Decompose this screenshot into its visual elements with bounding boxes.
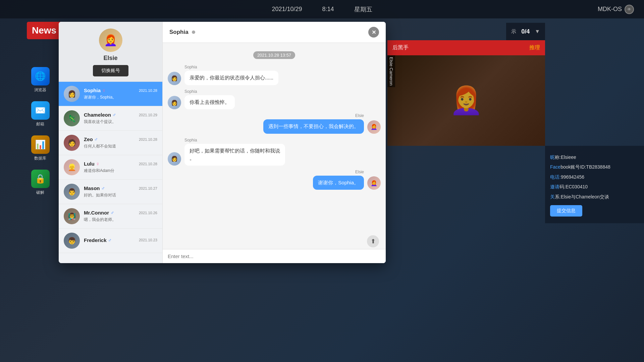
contact-avatar-mrconnor: 👨‍🏫 xyxy=(64,208,80,224)
submit-info-button[interactable]: 提交信息 xyxy=(550,205,582,217)
chat-modal: 👩‍🦰 Elsie 切换账号 👩 Sophia ♀ 2021.10.28 谢谢你… xyxy=(59,22,386,263)
contact-avatar-mason: 👨 xyxy=(64,184,80,200)
character-portrait: Elsie Cameron 👩‍🦰 xyxy=(387,55,545,146)
contact-avatar-sophia: 👩 xyxy=(64,86,80,102)
message-row-5: 👩‍🦰 Elsie 谢谢你，Sophia。 xyxy=(168,170,381,190)
mail-icon[interactable]: ✉️ 邮箱 xyxy=(27,101,54,127)
time-divider: 2021.10.28 13:57 xyxy=(253,51,295,59)
os-name: MDK-OS xyxy=(598,6,622,13)
msg-content-5: Elsie 谢谢你，Sophia。 xyxy=(313,170,364,190)
red-banner-action[interactable]: 推理 xyxy=(529,44,540,51)
db-icon[interactable]: 📊 数据库 xyxy=(27,135,54,161)
system-weekday: 星期五 xyxy=(354,5,372,13)
contact-list: 👩‍🦰 Elsie 切换账号 👩 Sophia ♀ 2021.10.28 谢谢你… xyxy=(59,22,163,263)
char-emoji: 👩‍🦰 xyxy=(449,85,483,116)
desktop-icons: 🌐 浏览器 ✉️ 邮箱 📊 数据库 🔒 破解 xyxy=(27,67,54,195)
msg-avatar-sophia-1: 👩 xyxy=(168,72,181,85)
os-info: MDK-OS 👁 xyxy=(598,5,634,14)
browser-icon[interactable]: 🌐 浏览器 xyxy=(27,67,54,93)
security-icon[interactable]: 🔒 破解 xyxy=(27,170,54,195)
msg-content-1: Sophia 亲爱的，你最近的状态很令人担心...... xyxy=(184,65,278,85)
contact-info-sophia: Sophia ♀ 2021.10.28 谢谢你，Sophia。 xyxy=(84,87,157,100)
msg-bubble-2: 你看上去很憔悴。 xyxy=(184,95,235,110)
contact-item-zeo[interactable]: 🧑 Zeo ♂ 2021.10.28 任何人都不会知道 xyxy=(59,131,162,155)
chat-messages: 2021.10.28 13:57 👩 Sophia 亲爱的，你最近的状态很令人担… xyxy=(163,43,386,234)
msg-content-4: Sophia 好吧，如果需要帮忙的话，你随时和我说。 xyxy=(184,138,285,166)
counter-label: 0/4 xyxy=(521,28,530,35)
switch-account-button[interactable]: 切换账号 xyxy=(93,65,128,76)
code-info: 邀请码:EC030410 xyxy=(550,182,639,192)
contact-info-chameleon: Chameleon ♂ 2021.10.29 我喜欢这个提议。 xyxy=(84,112,157,125)
nickname-info: 昵称:Elsieee xyxy=(550,153,639,162)
msg-bubble-4: 好吧，如果需要帮忙的话，你随时和我说。 xyxy=(184,144,285,166)
relation-info: 关系:Elsie与Chameleon交谈 xyxy=(550,192,639,202)
contact-item-chameleon[interactable]: 🦎 Chameleon ♂ 2021.10.29 我喜欢这个提议。 xyxy=(59,106,162,131)
os-icon: 👁 xyxy=(625,5,634,14)
contact-info-lulu: Lulu ♀ 2021.10.28 难道你和Adam分 xyxy=(84,161,157,174)
msg-content-2: Sophia 你看上去很憔悴。 xyxy=(184,89,235,110)
red-banner-text: 后黑手 xyxy=(392,44,409,51)
contact-item-lulu[interactable]: 👱 Lulu ♀ 2021.10.28 难道你和Adam分 xyxy=(59,155,162,180)
red-banner: 后黑手 推理 xyxy=(387,40,545,55)
facebook-info: Facebook账号ID:TB2838848 xyxy=(550,162,639,172)
contact-info-frederick: Frederick ♂ 2021.10.23 xyxy=(84,237,157,244)
contact-item-sophia[interactable]: 👩 Sophia ♀ 2021.10.28 谢谢你，Sophia。 xyxy=(59,82,162,106)
message-row-1: 👩 Sophia 亲爱的，你最近的状态很令人担心...... xyxy=(168,65,381,85)
right-info-panel: 昵称:Elsieee Facebook账号ID:TB2838848 电话:996… xyxy=(545,146,644,223)
profile-header: 👩‍🦰 Elsie 切换账号 xyxy=(59,22,162,82)
contact-avatar-frederick: 👦 xyxy=(64,233,80,249)
msg-bubble-5: 谢谢你，Sophia。 xyxy=(313,176,364,190)
message-row-4: 👩 Sophia 好吧，如果需要帮忙的话，你随时和我说。 xyxy=(168,138,381,166)
profile-avatar: 👩‍🦰 xyxy=(99,28,122,52)
chat-contact-name: Sophia xyxy=(169,29,189,36)
contact-avatar-chameleon: 🦎 xyxy=(64,110,80,126)
contact-item-mason[interactable]: 👨 Mason ♂ 2021.10.27 好的。如果你对话 xyxy=(59,180,162,204)
msg-avatar-sophia-3: 👩 xyxy=(168,152,181,166)
msg-bubble-1: 亲爱的，你最近的状态很令人担心...... xyxy=(184,71,278,85)
system-date: 2021/10/29 xyxy=(272,6,302,13)
msg-bubble-3: 遇到一些事情，不要担心，我会解决的。 xyxy=(263,119,364,134)
chat-header: Sophia ✕ xyxy=(163,22,386,43)
message-row-2: 👩 Sophia 你看上去很憔悴。 xyxy=(168,89,381,110)
system-time: 8:14 xyxy=(322,6,334,13)
msg-content-3: Elsie 遇到一些事情，不要担心，我会解决的。 xyxy=(263,113,364,134)
chat-input[interactable] xyxy=(168,253,381,259)
contact-avatar-zeo: 🧑 xyxy=(64,135,80,151)
top-right-panel: 示 0/4 ▼ xyxy=(506,23,545,40)
system-topbar-right: MDK-OS 👁 xyxy=(598,5,634,14)
char-name-tag: Elsie Cameron xyxy=(387,55,395,87)
hint-label: 示 xyxy=(511,28,516,35)
msg-avatar-elsie-1: 👩‍🦰 xyxy=(367,120,381,134)
contact-item-mrconnor[interactable]: 👨‍🏫 Mr.Connor ♂ 2021.10.26 嗯，我会的老师。 xyxy=(59,204,162,229)
profile-name: Elsie xyxy=(103,55,117,62)
chat-input-area xyxy=(163,249,386,263)
system-topbar: 2021/10/29 8:14 星期五 MDK-OS 👁 xyxy=(0,0,644,18)
contact-info-mason: Mason ♂ 2021.10.27 好的。如果你对话 xyxy=(84,185,157,198)
chat-area: Sophia ✕ 2021.10.28 13:57 👩 Sophia 亲爱的，你… xyxy=(163,22,386,263)
contact-item-frederick[interactable]: 👦 Frederick ♂ 2021.10.23 xyxy=(59,229,162,253)
phone-info: 电话:996942456 xyxy=(550,172,639,182)
contact-info-mrconnor: Mr.Connor ♂ 2021.10.26 嗯，我会的老师。 xyxy=(84,210,157,223)
dropdown-arrow[interactable]: ▼ xyxy=(535,28,540,35)
msg-avatar-elsie-2: 👩‍🦰 xyxy=(367,176,381,190)
close-button[interactable]: ✕ xyxy=(368,27,379,38)
scroll-top-button[interactable]: ⬆ xyxy=(367,235,379,247)
scroll-controls: ⬆ xyxy=(163,234,386,249)
message-row-3: 👩‍🦰 Elsie 遇到一些事情，不要担心，我会解决的。 xyxy=(168,113,381,134)
contact-avatar-lulu: 👱 xyxy=(64,159,80,175)
msg-avatar-sophia-2: 👩 xyxy=(168,96,181,109)
contact-info-zeo: Zeo ♂ 2021.10.28 任何人都不会知道 xyxy=(84,136,157,149)
online-status-dot xyxy=(192,31,195,34)
